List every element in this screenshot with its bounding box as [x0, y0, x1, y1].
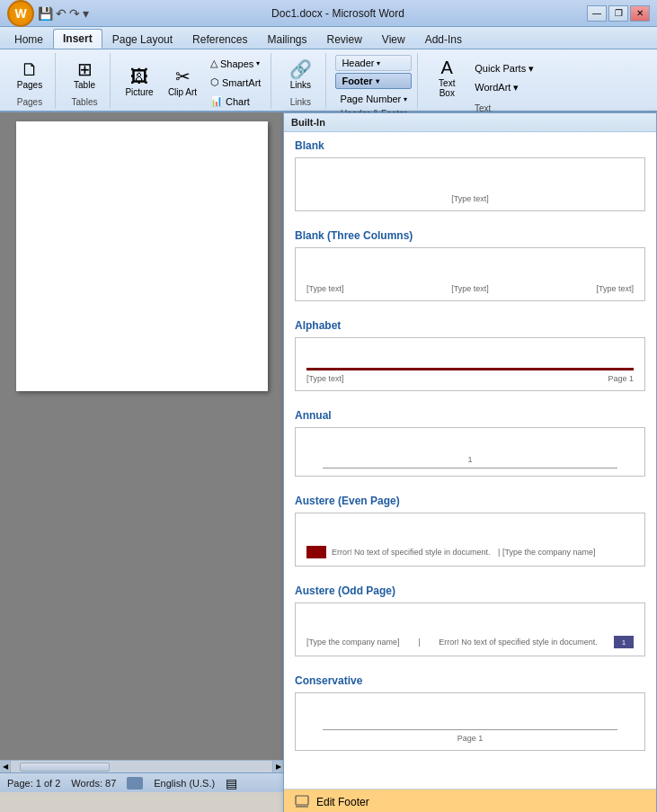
alphabet-row: [Type text] Page 1 [306, 374, 634, 383]
text-box-button[interactable]: A Text Box [427, 55, 466, 102]
h-scrollbar-thumb[interactable] [20, 763, 110, 772]
three-col-title: Blank (Three Columns) [295, 229, 645, 242]
tab-insert[interactable]: Insert [53, 29, 102, 49]
h-scrollbar[interactable]: ◀ ▶ [0, 760, 283, 772]
minimize-button[interactable]: — [587, 5, 607, 22]
ribbon-group-pages: 🗋 Pages Pages [4, 53, 56, 109]
three-col-preview[interactable]: [Type text] [Type text] [Type text] [295, 247, 645, 301]
pages-button[interactable]: 🗋 Pages [10, 57, 49, 94]
ribbon-panel: 🗋 Pages Pages ⊞ Table Tables 🖼 Picture ✂… [0, 49, 657, 112]
spell-check-icon[interactable] [127, 777, 143, 790]
clip-art-button[interactable]: ✂ Clip Art [163, 64, 202, 101]
smartart-button[interactable]: ⬡ SmartArt [206, 74, 265, 91]
austere-block [306, 546, 326, 558]
tab-mailings[interactable]: Mailings [257, 30, 316, 49]
pages-group-label: Pages [17, 97, 42, 107]
footer-section-blank[interactable]: Blank [Type text] [284, 132, 656, 222]
shapes-button[interactable]: △ Shapes ▾ [206, 55, 265, 72]
blank-type-text: [Type text] [451, 194, 489, 203]
language-status: English (U.S.) [154, 778, 215, 789]
illustrations-subgroup: △ Shapes ▾ ⬡ SmartArt 📊 Chart [206, 55, 265, 110]
conservative-content: Page 1 [306, 729, 634, 743]
tables-group-label: Tables [72, 97, 98, 107]
main-area: ◀ ▶ Page: 1 of 2 Words: 87 English (U.S.… [0, 112, 657, 792]
footer-dropdown-panel: Built-In Blank [Type text] Blank (Three … [283, 112, 657, 812]
page-number-button[interactable]: Page Number ▾ [335, 91, 412, 107]
austere-even-title: Austere (Even Page) [295, 495, 645, 507]
undo-qa-btn[interactable]: ↶ [56, 6, 67, 21]
three-col-content: [Type text] [Type text] [Type text] [306, 284, 634, 293]
office-button[interactable]: W [7, 0, 34, 27]
page-number-label: Page Number [340, 94, 401, 104]
svg-rect-0 [296, 796, 308, 805]
footer-section-three-col[interactable]: Blank (Three Columns) [Type text] [Type … [284, 222, 656, 312]
footer-section-annual[interactable]: Annual 1 [284, 402, 656, 487]
links-label: Links [290, 80, 311, 90]
header-footer-subgroup: Header ▾ Footer ▾ Page Number ▾ [335, 55, 412, 107]
save-qa-btn[interactable]: 💾 [38, 6, 53, 21]
status-bar: Page: 1 of 2 Words: 87 English (U.S.) ▤ [0, 772, 283, 792]
shapes-label: Shapes [220, 58, 253, 69]
conservative-preview[interactable]: Page 1 [295, 692, 645, 751]
document-page [16, 121, 268, 391]
footer-section-alphabet[interactable]: Alphabet [Type text] Page 1 [284, 312, 656, 402]
chart-label: Chart [226, 96, 250, 107]
chart-button[interactable]: 📊 Chart [206, 93, 265, 110]
footer-button[interactable]: Footer ▾ [335, 73, 412, 89]
tab-home[interactable]: Home [4, 30, 53, 49]
austere-odd-pagenum: 1 [614, 636, 634, 648]
picture-button[interactable]: 🖼 Picture [120, 64, 159, 101]
picture-label: Picture [125, 87, 153, 97]
austere-even-preview[interactable]: Error! No text of specified style in doc… [295, 513, 645, 567]
alphabet-preview[interactable]: [Type text] Page 1 [295, 337, 645, 391]
quick-access-toolbar: 💾 ↶ ↷ ▾ [38, 6, 89, 21]
annual-title: Annual [295, 409, 645, 422]
edit-footer-icon [295, 795, 309, 809]
header-arrow: ▾ [377, 59, 380, 67]
scroll-left-btn[interactable]: ◀ [0, 761, 11, 773]
footer-section-austere-even[interactable]: Austere (Even Page) Error! No text of sp… [284, 487, 656, 577]
footer-section-conservative[interactable]: Conservative Page 1 [284, 667, 656, 762]
blank-preview[interactable]: [Type text] [295, 157, 645, 211]
customize-qa-btn[interactable]: ▾ [83, 6, 89, 21]
austere-even-content: Error! No text of specified style in doc… [306, 546, 634, 558]
austere-odd-company: [Type the company name] [306, 638, 400, 647]
smartart-label: SmartArt [222, 77, 261, 88]
tab-page-layout[interactable]: Page Layout [102, 30, 182, 49]
view-mode-icon[interactable]: ▤ [226, 776, 237, 790]
tab-review[interactable]: Review [316, 30, 371, 49]
alphabet-bar [306, 368, 634, 370]
header-button[interactable]: Header ▾ [335, 55, 412, 71]
conservative-text: Page 1 [457, 734, 484, 743]
scroll-right-btn[interactable]: ▶ [272, 761, 283, 773]
page-status: Page: 1 of 2 [7, 778, 60, 789]
annual-num: 1 [467, 455, 472, 464]
tab-references[interactable]: References [182, 30, 257, 49]
table-button[interactable]: ⊞ Table [65, 57, 104, 94]
footer-section-austere-odd[interactable]: Austere (Odd Page) [Type the company nam… [284, 577, 656, 667]
quick-parts-button[interactable]: Quick Parts ▾ [470, 60, 538, 77]
chart-icon: 📊 [210, 95, 223, 107]
tab-add-ins[interactable]: Add-Ins [415, 30, 472, 49]
restore-button[interactable]: ❐ [608, 5, 628, 22]
wordart-button[interactable]: WordArt ▾ [470, 79, 538, 96]
footer-arrow: ▾ [376, 77, 379, 85]
quick-parts-label: Quick Parts ▾ [475, 63, 534, 75]
header-label: Header [342, 58, 374, 68]
clip-art-icon: ✂ [175, 67, 191, 85]
links-button[interactable]: 🔗 Links [280, 57, 320, 94]
tab-view[interactable]: View [372, 30, 415, 49]
redo-qa-btn[interactable]: ↷ [69, 6, 80, 21]
ribbon-group-links: 🔗 Links Links [275, 53, 326, 109]
dropdown-scroll-area[interactable]: Blank [Type text] Blank (Three Columns) … [284, 132, 656, 789]
col1-text: [Type text] [306, 284, 344, 293]
picture-icon: 🖼 [130, 67, 148, 85]
austere-odd-preview[interactable]: [Type the company name] | Error! No text… [295, 602, 645, 656]
table-icon: ⊞ [77, 60, 93, 78]
edit-footer-action[interactable]: Edit Footer [284, 790, 656, 812]
ribbon-group-text: A Text Box Quick Parts ▾ WordArt ▾ Text [422, 53, 544, 109]
annual-preview[interactable]: 1 [295, 427, 645, 477]
ribbon-group-header-footer: Header ▾ Footer ▾ Page Number ▾ Header &… [330, 53, 418, 109]
close-button[interactable]: ✕ [630, 5, 650, 22]
conservative-line [323, 729, 617, 730]
